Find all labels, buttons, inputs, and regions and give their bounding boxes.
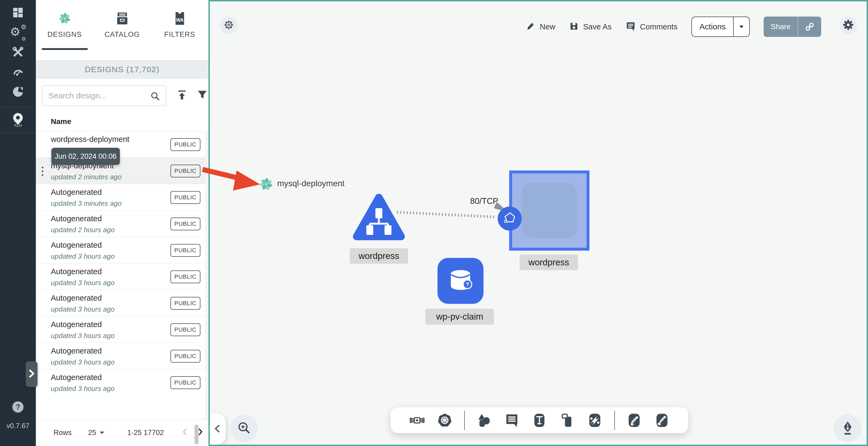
sidebar-expand-button[interactable] — [26, 361, 37, 387]
list-scrollbar-track[interactable] — [205, 131, 209, 419]
tab-designs-label: DESIGNS — [48, 31, 82, 39]
pentagon-icon — [501, 210, 518, 228]
node-pvc-wp-pv-claim[interactable]: ? — [437, 258, 484, 304]
canvas-toolbar: New Save As Comments Actions — [526, 16, 821, 37]
visibility-badge[interactable]: PUBLIC — [170, 323, 200, 336]
zoom-in-icon — [237, 420, 251, 436]
sidebar-item-extensions[interactable] — [0, 82, 36, 102]
row-menu-kebab-icon[interactable] — [41, 166, 44, 178]
comment-bubble-icon — [626, 21, 636, 32]
design-list-row[interactable]: Autogenerated updated 3 hours ago PUBLIC — [36, 343, 209, 369]
kubernetes-tool[interactable] — [436, 412, 453, 428]
svg-text:WA: WA — [176, 18, 184, 23]
design-name-label[interactable]: mysql-deployment — [277, 179, 345, 188]
edge-port-label[interactable]: 80/TCP — [470, 197, 498, 206]
panel-tabs: DESIGNS CATALOG WA FILTERS — [36, 0, 209, 60]
node-service-wordpress[interactable] — [352, 192, 406, 243]
mesh-overview-button[interactable] — [220, 16, 238, 34]
link-tool[interactable] — [587, 412, 603, 428]
dashboard-icon — [12, 7, 24, 20]
tab-catalog-label: CATALOG — [104, 31, 140, 39]
node-deployment-wordpress[interactable] — [509, 171, 589, 251]
search-icon[interactable] — [150, 91, 161, 103]
chevron-right-icon — [28, 368, 36, 380]
new-button[interactable]: New — [526, 22, 555, 32]
node-label-pvc[interactable]: wp-pv-claim — [426, 309, 494, 325]
panel-scrollbar-thumb[interactable] — [194, 424, 198, 444]
previous-page-button[interactable] — [181, 427, 189, 438]
design-list-row[interactable]: Autogenerated updated 3 hours ago PUBLIC — [36, 369, 209, 396]
design-list-row[interactable]: Autogenerated updated 3 hours ago PUBLIC — [36, 263, 209, 290]
sidebar-item-lifecycle[interactable]: ⚙⚙⚙ — [0, 23, 36, 43]
gear-icon — [843, 19, 854, 32]
shapes-tool[interactable] — [476, 412, 492, 428]
tab-catalog[interactable]: CATALOG — [93, 0, 151, 60]
service-port-handle[interactable] — [498, 207, 522, 231]
sticky-note-tool[interactable] — [559, 412, 576, 428]
search-row — [36, 79, 209, 112]
dock-divider — [614, 411, 615, 430]
visibility-badge[interactable]: PUBLIC — [170, 350, 200, 363]
actions-dropdown-button[interactable] — [734, 17, 749, 36]
question-mark-icon: ? — [16, 403, 20, 411]
sidebar-item-meshmap[interactable] — [0, 107, 36, 133]
notes-tool[interactable] — [503, 412, 520, 428]
sidebar-item-dashboard[interactable] — [0, 3, 36, 23]
meshmap-pin-icon — [11, 112, 24, 128]
wasm-filters-icon: WA — [173, 11, 187, 27]
help-button[interactable]: ? — [12, 401, 24, 413]
configuration-tools-icon — [12, 46, 24, 59]
settings-button[interactable] — [839, 16, 857, 34]
table-name-header: Name — [36, 112, 209, 131]
visibility-badge[interactable]: PUBLIC — [170, 165, 200, 177]
node-label-deployment[interactable]: wordpress — [520, 255, 578, 270]
zoom-in-button[interactable] — [230, 414, 258, 442]
pagination-range: 1-25 17702 — [127, 428, 164, 437]
comments-button[interactable]: Comments — [626, 21, 678, 32]
actions-button[interactable]: Actions — [691, 16, 750, 37]
design-canvas[interactable]: New Save As Comments Actions — [209, 0, 868, 446]
tab-designs[interactable]: DESIGNS — [36, 0, 93, 60]
lifecycle-gears-icon: ⚙⚙⚙ — [10, 25, 25, 40]
tab-filters-label: FILTERS — [164, 31, 195, 39]
dock-divider — [464, 411, 465, 430]
panel-collapse-button[interactable] — [209, 413, 226, 445]
active-tab-underline — [42, 48, 88, 50]
visibility-badge[interactable]: PUBLIC — [170, 270, 200, 283]
performance-dial-icon — [12, 66, 24, 79]
components-circuit-tool[interactable] — [409, 412, 426, 428]
text-tool[interactable] — [531, 412, 548, 428]
design-list-row[interactable]: Autogenerated updated 2 hours ago PUBLIC — [36, 210, 209, 237]
visibility-badge[interactable]: PUBLIC — [170, 376, 200, 389]
extensions-pie-icon — [12, 85, 24, 99]
search-input[interactable] — [49, 91, 150, 100]
visibility-badge[interactable]: PUBLIC — [170, 138, 200, 151]
design-list-row[interactable]: Autogenerated updated 3 hours ago PUBLIC — [36, 316, 209, 343]
visibility-badge[interactable]: PUBLIC — [170, 191, 200, 204]
visibility-badge[interactable]: PUBLIC — [170, 217, 200, 230]
freehand-draw-tool[interactable] — [654, 412, 670, 428]
filter-funnel-icon[interactable] — [196, 89, 209, 102]
sidebar-item-performance[interactable] — [0, 63, 36, 82]
mesh-network-icon — [223, 20, 234, 31]
import-design-button[interactable] — [176, 89, 188, 102]
floppy-disk-icon — [569, 22, 579, 32]
visibility-badge[interactable]: PUBLIC — [170, 244, 200, 257]
save-as-button[interactable]: Save As — [569, 22, 611, 32]
visibility-badge[interactable]: PUBLIC — [170, 297, 200, 310]
copy-link-button[interactable] — [798, 16, 821, 37]
canvas-dock-toolbar — [391, 407, 688, 433]
deployment-inner-region — [522, 182, 577, 238]
node-label-service[interactable]: wordpress — [350, 248, 408, 264]
rows-per-page-select[interactable]: 25 — [88, 428, 104, 437]
sidebar-item-configuration[interactable] — [0, 43, 36, 63]
tab-filters[interactable]: WA FILTERS — [151, 0, 209, 60]
design-list-row[interactable]: Autogenerated updated 3 hours ago PUBLIC — [36, 237, 209, 263]
design-list-row[interactable]: Autogenerated updated 3 minutes ago PUBL… — [36, 184, 209, 210]
design-list-row[interactable]: Autogenerated updated 3 hours ago PUBLIC — [36, 290, 209, 316]
edge-draw-tool[interactable] — [626, 412, 643, 428]
design-pen-button[interactable] — [834, 414, 862, 442]
app-root: ⚙⚙⚙ — [0, 0, 868, 446]
pen-nib-icon — [840, 420, 856, 437]
share-button[interactable]: Share — [764, 16, 821, 37]
